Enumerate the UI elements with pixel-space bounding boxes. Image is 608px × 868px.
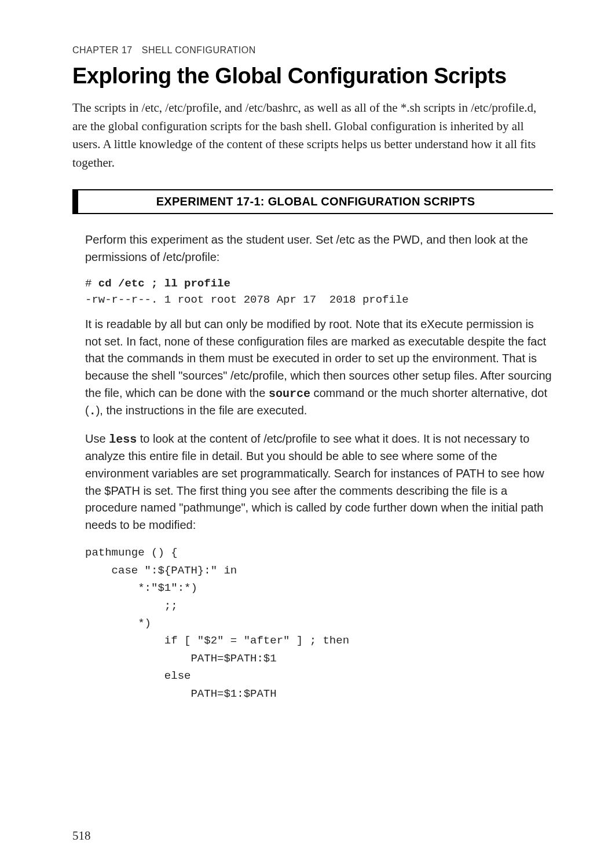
command-output: -rw-r--r--. 1 root root 2078 Apr 17 2018… [85, 293, 409, 306]
prompt: # [85, 277, 98, 290]
source-keyword: source [269, 387, 310, 400]
less-keyword: less [109, 433, 137, 446]
intro-paragraph: The scripts in /etc, /etc/profile, and /… [72, 99, 553, 172]
command-text: cd /etc ; ll profile [98, 277, 230, 290]
experiment-title: EXPERIMENT 17-1: GLOBAL CONFIGURATION SC… [78, 195, 553, 208]
experiment-box: EXPERIMENT 17-1: GLOBAL CONFIGURATION SC… [72, 189, 553, 214]
chapter-header: CHAPTER 17SHELL CONFIGURATION [72, 45, 553, 56]
chapter-title: SHELL CONFIGURATION [142, 45, 256, 55]
code-listing-pathmunge: pathmunge () { case ":${PATH}:" in *:"$1… [85, 544, 553, 703]
experiment-paragraph-2: It is readable by all but can only be mo… [85, 316, 553, 420]
experiment-paragraph-1: Perform this experiment as the student u… [85, 231, 553, 266]
page-title: Exploring the Global Configuration Scrip… [72, 64, 553, 89]
text-run: to look at the content of /etc/profile t… [85, 432, 544, 531]
text-run: Use [85, 432, 109, 445]
text-run: ), the instructions in the file are exec… [96, 404, 307, 417]
experiment-paragraph-3: Use less to look at the content of /etc/… [85, 431, 553, 534]
page-number: 518 [72, 829, 91, 843]
chapter-number: CHAPTER 17 [72, 45, 133, 55]
dot-keyword: . [89, 404, 96, 418]
command-block-1: # cd /etc ; ll profile -rw-r--r--. 1 roo… [85, 276, 553, 308]
